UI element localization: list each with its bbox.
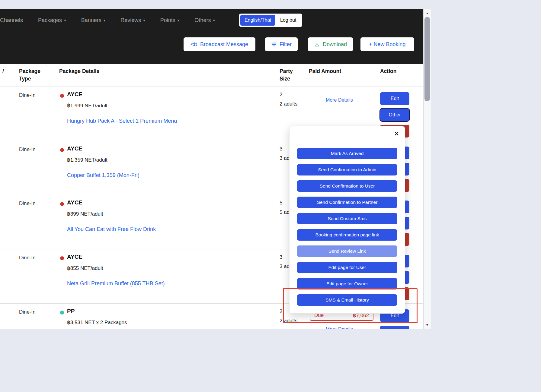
package-price: ฿1,359 NET/adult xyxy=(67,157,107,163)
broadcast-message-button[interactable]: Broadcast Message xyxy=(184,37,255,51)
package-status-dot-icon xyxy=(60,148,64,152)
nav-item-label: Points xyxy=(160,17,175,24)
column-header-party-size: Party Size xyxy=(280,68,299,82)
page: Channels Packages ▾ Banners ▾ Reviews ▾ … xyxy=(0,0,541,392)
filter-label: Filter xyxy=(280,41,292,48)
nav-item-channels[interactable]: Channels xyxy=(0,17,23,24)
package-type-cell: Dine-In xyxy=(19,92,36,98)
logout-button[interactable]: Log out xyxy=(275,15,301,26)
filter-button[interactable]: Filter xyxy=(265,37,298,51)
vertical-scrollbar[interactable]: ▲ ▼ xyxy=(423,9,431,329)
popup-button-send-confirmation-admin[interactable]: Send Confirmation to Admin xyxy=(297,164,397,175)
chevron-down-icon: ▾ xyxy=(143,18,145,23)
chevron-down-icon: ▾ xyxy=(178,18,180,23)
package-badge: AYCE xyxy=(67,199,82,206)
scroll-up-icon[interactable]: ▲ xyxy=(424,9,431,17)
filter-lines-icon xyxy=(271,42,277,47)
package-status-dot-icon xyxy=(60,94,64,98)
package-price: ฿1,999 NET/adult xyxy=(67,103,107,109)
popup-button-edit-page-user[interactable]: Edit page for User xyxy=(297,262,397,273)
package-link[interactable]: All You Can Eat with Free Flow Drink xyxy=(67,226,156,232)
nav-item-packages[interactable]: Packages ▾ xyxy=(38,17,66,24)
package-type-cell: Dine-In xyxy=(19,255,36,261)
nav-item-label: Others xyxy=(194,17,211,24)
popup-button-send-confirmation-user[interactable]: Send Confirmation to User xyxy=(297,180,397,192)
package-price: ฿399 NET/adult xyxy=(67,211,103,217)
party-detail-cell: 2 adults xyxy=(280,101,298,107)
popup-button-booking-confirmation-link[interactable]: Booking confirmation page link xyxy=(297,229,397,241)
nav-item-label: Reviews xyxy=(120,17,141,24)
new-booking-label: + New Booking xyxy=(369,41,406,48)
nav-item-label: Banners xyxy=(81,17,101,24)
nav-item-label: Packages xyxy=(38,17,62,24)
popup-button-send-confirmation-partner[interactable]: Send Confirmation to Partner xyxy=(297,197,397,208)
package-link[interactable]: Copper Buffet 1,359 (Mon-Fri) xyxy=(67,172,139,179)
popup-button-edit-page-owner[interactable]: Edit page for Owner xyxy=(297,278,397,289)
chevron-down-icon: ▾ xyxy=(213,18,215,23)
other-button[interactable]: Other xyxy=(380,109,409,121)
highlight-annotation-box xyxy=(283,288,418,323)
column-header-date-partial: / xyxy=(2,68,4,75)
download-icon xyxy=(314,41,320,47)
nav-item-reviews[interactable]: Reviews ▾ xyxy=(120,17,145,24)
popup-button-mark-as-arrived[interactable]: Mark As Arrived xyxy=(297,148,397,159)
popup-button-send-custom-sms[interactable]: Send Custom Sms xyxy=(297,213,397,224)
package-price: ฿3,531 NET x 2 Packages xyxy=(67,319,127,326)
toolbar-divider xyxy=(304,34,304,55)
nav-item-banners[interactable]: Banners ▾ xyxy=(81,17,106,24)
nav-item-points[interactable]: Points ▾ xyxy=(160,17,180,24)
package-type-cell: Dine-In xyxy=(19,147,36,153)
nav-item-label: Channels xyxy=(0,17,23,24)
top-header: Channels Packages ▾ Banners ▾ Reviews ▾ … xyxy=(0,9,423,64)
language-toggle-button[interactable]: English/Thai xyxy=(240,15,275,26)
download-label: Download xyxy=(323,41,347,48)
chevron-down-icon: ▾ xyxy=(104,18,106,23)
party-size-cell: 2 xyxy=(280,308,282,315)
top-nav: Channels Packages ▾ Banners ▾ Reviews ▾ … xyxy=(0,9,302,31)
package-link[interactable]: Hungry Hub Pack A - Select 1 Premium Men… xyxy=(67,118,177,124)
package-badge: PP xyxy=(67,308,75,315)
close-icon[interactable]: ✕ xyxy=(394,130,399,138)
table-header-row: / Package Type Package Details Party Siz… xyxy=(0,64,423,87)
action-button-partial[interactable] xyxy=(380,326,409,329)
package-link[interactable]: Neta Grill Premium Buffet (855 THB Set) xyxy=(67,280,165,287)
other-actions-popup: ✕ Mark As Arrived Send Confirmation to A… xyxy=(289,126,405,314)
package-status-dot-icon xyxy=(60,256,64,260)
edit-button[interactable]: Edit xyxy=(380,92,409,105)
language-logout-group: English/Thai Log out xyxy=(239,14,302,27)
broadcast-message-label: Broadcast Message xyxy=(200,41,248,48)
package-badge: AYCE xyxy=(67,145,82,152)
popup-button-send-review-link[interactable]: Send Review Link xyxy=(297,245,397,257)
package-status-dot-icon xyxy=(60,202,64,206)
party-size-cell: 3 xyxy=(280,254,282,260)
new-booking-button[interactable]: + New Booking xyxy=(360,37,414,51)
download-button[interactable]: Download xyxy=(308,37,353,51)
package-type-cell: Dine-In xyxy=(19,201,36,207)
nav-item-others[interactable]: Others ▾ xyxy=(194,17,215,24)
column-header-package-type: Package Type xyxy=(19,68,48,82)
column-header-package-details: Package Details xyxy=(59,68,99,75)
package-type-cell: Dine-In xyxy=(19,309,36,315)
party-size-cell: 3 xyxy=(280,146,282,152)
more-details-link[interactable]: More Details xyxy=(326,327,353,329)
package-badge: AYCE xyxy=(67,254,82,260)
package-price: ฿855 NET/adult xyxy=(67,265,103,271)
column-header-paid-amount: Paid Amount xyxy=(309,68,341,75)
party-size-cell: 5 xyxy=(280,200,282,206)
more-details-link[interactable]: More Details xyxy=(326,97,353,103)
package-badge: AYCE xyxy=(67,91,82,98)
party-size-cell: 2 xyxy=(280,92,282,98)
megaphone-icon xyxy=(191,41,197,48)
column-header-action: Action xyxy=(380,68,396,75)
scrollbar-thumb[interactable] xyxy=(424,17,430,101)
chevron-down-icon: ▾ xyxy=(64,18,66,23)
package-status-dot-icon xyxy=(60,311,64,315)
scroll-down-icon[interactable]: ▼ xyxy=(424,321,431,329)
